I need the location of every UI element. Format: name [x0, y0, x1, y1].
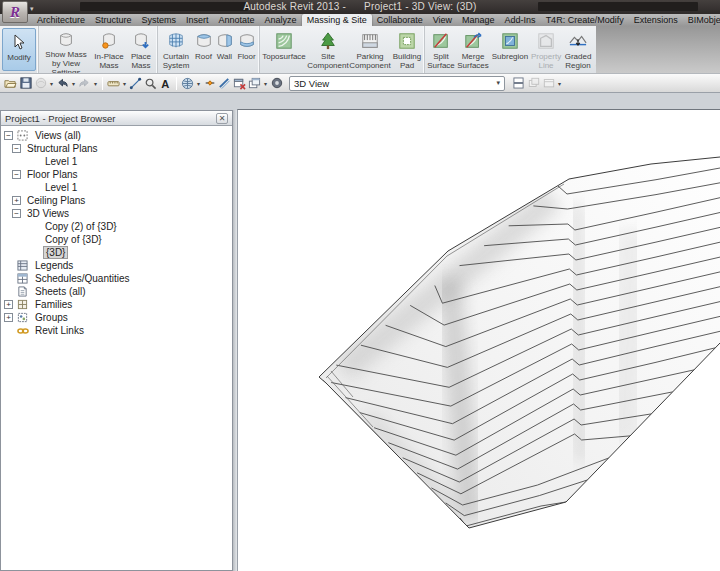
expander-icon[interactable]: −: [4, 131, 13, 140]
split-surface-button[interactable]: Split Surface: [426, 27, 456, 72]
site-component-button[interactable]: Site Component: [307, 27, 349, 72]
tree-item-sheets-all[interactable]: Sheets (all): [1, 285, 232, 298]
subregion-icon: [501, 31, 519, 51]
parking-component-button[interactable]: Parking Component: [349, 27, 391, 72]
switch-windows-icon[interactable]: [247, 76, 262, 91]
window-title: Autodesk Revit 2013 -Project1 - 3D View:…: [0, 1, 720, 12]
toposurface-3d-model: [238, 110, 720, 571]
revit-window: Autodesk Revit 2013 -Project1 - 3D View:…: [0, 0, 720, 571]
groups-icon: [17, 312, 30, 323]
roof-icon: [195, 31, 213, 51]
text-icon[interactable]: A: [158, 76, 173, 91]
tab-systems[interactable]: Systems: [137, 14, 182, 26]
cascade-windows-icon[interactable]: [526, 76, 541, 91]
in-place-mass-button[interactable]: In-Place Mass: [92, 27, 126, 72]
tree-item-copy-2-of-3d[interactable]: Copy (2) of {3D}: [1, 220, 232, 233]
merge-surfaces-button[interactable]: Merge Surfaces: [456, 27, 490, 72]
subregion-button[interactable]: Subregion: [490, 27, 530, 72]
tree-item-level-1[interactable]: Level 1: [1, 181, 232, 194]
place-mass-button[interactable]: Place Mass: [126, 27, 156, 72]
tab-insert[interactable]: Insert: [181, 14, 214, 26]
tab-views-icon[interactable]: [541, 76, 556, 91]
tree-item-level-1[interactable]: Level 1: [1, 155, 232, 168]
sync-icon[interactable]: [33, 76, 48, 91]
thin-lines-icon[interactable]: [217, 76, 232, 91]
graded-region-button[interactable]: Graded Region: [562, 27, 594, 72]
wall-button[interactable]: Wall: [214, 27, 235, 72]
sync-caret-icon[interactable]: ▾: [48, 80, 55, 87]
section-icon[interactable]: [202, 76, 217, 91]
undo-icon[interactable]: [55, 76, 70, 91]
tab-extensions[interactable]: Extensions: [629, 14, 683, 26]
toposurface-icon: [275, 31, 293, 51]
show-mass-button[interactable]: Show Mass by View Settings ▾: [40, 27, 92, 72]
workspace: Project1 - Project Browser ✕ − Views (al…: [0, 93, 720, 571]
tab-annotate[interactable]: Annotate: [214, 14, 260, 26]
expander-icon[interactable]: −: [12, 209, 21, 218]
tree-item-legends[interactable]: Legends: [1, 259, 232, 272]
tile-windows-icon[interactable]: [511, 76, 526, 91]
close-hidden-windows-icon[interactable]: [232, 76, 247, 91]
building-pad-button[interactable]: Building Pad: [391, 27, 423, 72]
expander-icon[interactable]: +: [12, 196, 21, 205]
tag-icon[interactable]: [143, 76, 158, 91]
tree-item-3d-views[interactable]: − 3D Views: [1, 207, 232, 220]
tree-item-copy-of-3d[interactable]: Copy of {3D}: [1, 233, 232, 246]
revit-logo-icon: R: [10, 4, 20, 21]
tab-analyze[interactable]: Analyze: [260, 14, 302, 26]
default-3d-view-icon[interactable]: [180, 76, 195, 91]
conceptual-mass-panel: Show Mass by View Settings ▾ In-Place Ma…: [38, 26, 157, 73]
svg-text:A: A: [161, 77, 169, 89]
close-icon[interactable]: ✕: [216, 113, 228, 124]
expander-icon[interactable]: +: [4, 300, 13, 309]
tree-item-ceiling-plans[interactable]: + Ceiling Plans: [1, 194, 232, 207]
view-selector-combobox[interactable]: 3D View ▾: [289, 76, 505, 91]
tree-item-revit-links[interactable]: Revit Links: [1, 324, 232, 337]
families-icon: [17, 299, 30, 310]
application-menu-caret-icon[interactable]: ▾: [30, 5, 34, 13]
tab-massing-and-site[interactable]: Massing & Site: [302, 14, 372, 26]
save-icon[interactable]: [18, 76, 33, 91]
tree-item-views-all[interactable]: − Views (all): [1, 129, 232, 142]
tab-architecture[interactable]: Architecture: [32, 14, 90, 26]
measure-caret-icon[interactable]: ▾: [121, 80, 128, 87]
undo-caret-icon[interactable]: ▾: [70, 80, 77, 87]
expander-icon[interactable]: −: [12, 170, 21, 179]
floor-button[interactable]: Floor: [235, 27, 258, 72]
expander-icon[interactable]: −: [12, 144, 21, 153]
modify-button[interactable]: Modify: [2, 28, 36, 71]
drawing-area-3d-view[interactable]: [237, 109, 720, 571]
tab-t4r-create-modify[interactable]: T4R: Create/Modify: [541, 14, 629, 26]
measure-icon[interactable]: [106, 76, 121, 91]
redo-caret-icon[interactable]: ▾: [92, 80, 99, 87]
tree-item-schedules-quantities[interactable]: Schedules/Quantities: [1, 272, 232, 285]
tree-item-3d-selected[interactable]: {3D}: [1, 246, 232, 259]
curtain-system-button[interactable]: Curtain System: [159, 27, 193, 72]
steering-wheel-icon[interactable]: [269, 76, 284, 91]
tab-view[interactable]: View: [428, 14, 457, 26]
tree-item-structural-plans[interactable]: − Structural Plans: [1, 142, 232, 155]
project-browser-titlebar[interactable]: Project1 - Project Browser ✕: [1, 111, 232, 126]
expander-icon[interactable]: +: [4, 313, 13, 322]
open-icon[interactable]: [3, 76, 18, 91]
split-surface-icon: [432, 31, 450, 51]
tree-item-families[interactable]: + Families: [1, 298, 232, 311]
application-menu-button[interactable]: R: [2, 1, 28, 23]
toolbar-overflow-caret-icon[interactable]: ▾: [556, 80, 563, 87]
tab-manage[interactable]: Manage: [457, 14, 500, 26]
tab-add-ins[interactable]: Add-Ins: [500, 14, 541, 26]
tab-collaborate[interactable]: Collaborate: [372, 14, 428, 26]
tree-item-groups[interactable]: + Groups: [1, 311, 232, 324]
roof-button[interactable]: Roof: [193, 27, 214, 72]
switch-windows-caret-icon[interactable]: ▾: [262, 80, 269, 87]
property-line-button[interactable]: Property Line: [530, 27, 562, 72]
aligned-dimension-icon[interactable]: [128, 76, 143, 91]
building-pad-icon: [398, 31, 416, 51]
mass-icon: [57, 31, 75, 49]
tab-structure[interactable]: Structure: [90, 14, 137, 26]
toposurface-button[interactable]: Toposurface: [261, 27, 307, 72]
default-3d-view-caret-icon[interactable]: ▾: [195, 80, 202, 87]
tree-item-floor-plans[interactable]: − Floor Plans: [1, 168, 232, 181]
redo-icon[interactable]: [77, 76, 92, 91]
tab-bimobject[interactable]: BIMobject: [683, 14, 720, 26]
